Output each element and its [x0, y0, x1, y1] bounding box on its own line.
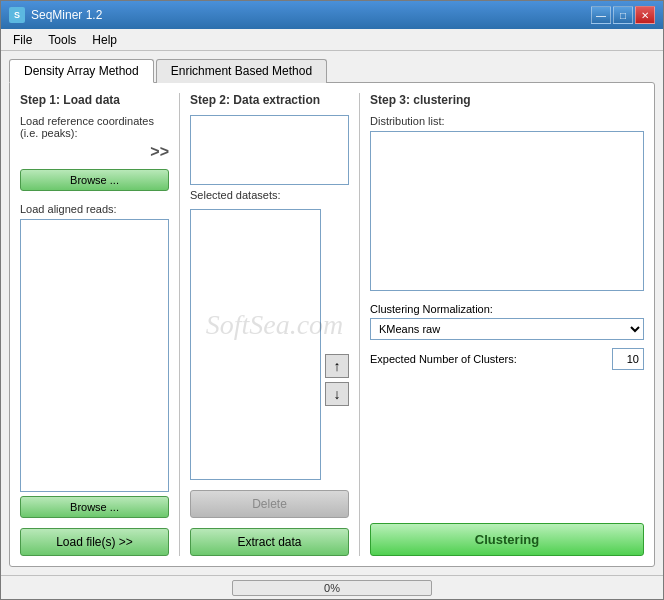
main-window: S SeqMiner 1.2 — □ ✕ File Tools Help Den…	[0, 0, 664, 600]
menu-bar: File Tools Help	[1, 29, 663, 51]
move-down-button[interactable]: ↓	[325, 382, 349, 406]
normalization-section: Clustering Normalization: KMeans raw KMe…	[370, 303, 644, 340]
progress-bar: 0%	[232, 580, 432, 596]
maximize-button[interactable]: □	[613, 6, 633, 24]
step3-section: Step 3: clustering Distribution list: Cl…	[370, 93, 644, 556]
app-icon: S	[9, 7, 25, 23]
clusters-row: Expected Number of Clusters:	[370, 348, 644, 370]
load-ref-label: Load reference coordinates (i.e. peaks):	[20, 115, 169, 139]
step1-content: Load reference coordinates (i.e. peaks):…	[20, 115, 169, 556]
normalization-label: Clustering Normalization:	[370, 303, 644, 315]
browse-ref-button[interactable]: Browse ...	[20, 169, 169, 191]
window-title: SeqMiner 1.2	[31, 8, 102, 22]
distribution-listbox[interactable]	[370, 131, 644, 291]
clustering-button[interactable]: Clustering	[370, 523, 644, 556]
clusters-label: Expected Number of Clusters:	[370, 352, 604, 366]
tabs-container: Density Array Method Enrichment Based Me…	[9, 59, 655, 83]
step1-title: Step 1: Load data	[20, 93, 169, 107]
step1-section: Step 1: Load data Load reference coordin…	[20, 93, 180, 556]
aligned-reads-listbox[interactable]	[20, 219, 169, 492]
step2-section: Step 2: Data extraction SoftSea.com Sele…	[190, 93, 360, 556]
distribution-label: Distribution list:	[370, 115, 644, 127]
status-bar: 0%	[1, 575, 663, 599]
close-button[interactable]: ✕	[635, 6, 655, 24]
step3-title: Step 3: clustering	[370, 93, 644, 107]
progress-text: 0%	[324, 582, 340, 594]
arrow-right-icon: >>	[150, 143, 169, 161]
delete-button[interactable]: Delete	[190, 490, 349, 518]
arrows-col: ↑ ↓	[325, 209, 349, 480]
step3-content: Distribution list: Clustering Normalizat…	[370, 115, 644, 556]
title-bar: S SeqMiner 1.2 — □ ✕	[1, 1, 663, 29]
step2-inner: SoftSea.com Selected datasets: ↑ ↓ Delet…	[190, 115, 349, 556]
browse-reads-button[interactable]: Browse ...	[20, 496, 169, 518]
main-content: Density Array Method Enrichment Based Me…	[1, 51, 663, 575]
clusters-input[interactable]	[612, 348, 644, 370]
normalization-select[interactable]: KMeans raw KMeans normalized Hierarchica…	[370, 318, 644, 340]
load-reads-label: Load aligned reads:	[20, 203, 169, 215]
tab-enrichment-based[interactable]: Enrichment Based Method	[156, 59, 327, 83]
step2-dataset-row: ↑ ↓	[190, 209, 349, 480]
main-panel: Step 1: Load data Load reference coordin…	[9, 82, 655, 567]
menu-help[interactable]: Help	[84, 31, 125, 49]
load-files-button[interactable]: Load file(s) >>	[20, 528, 169, 556]
window-controls: — □ ✕	[591, 6, 655, 24]
menu-file[interactable]: File	[5, 31, 40, 49]
minimize-button[interactable]: —	[591, 6, 611, 24]
menu-tools[interactable]: Tools	[40, 31, 84, 49]
tab-density-array[interactable]: Density Array Method	[9, 59, 154, 83]
step2-title: Step 2: Data extraction	[190, 93, 349, 107]
title-bar-left: S SeqMiner 1.2	[9, 7, 102, 23]
selected-datasets-label: Selected datasets:	[190, 189, 349, 201]
selected-datasets-listbox[interactable]	[190, 209, 321, 480]
move-up-button[interactable]: ↑	[325, 354, 349, 378]
step2-top-listbox[interactable]: SoftSea.com	[190, 115, 349, 185]
extract-data-button[interactable]: Extract data	[190, 528, 349, 556]
normalization-select-row: KMeans raw KMeans normalized Hierarchica…	[370, 318, 644, 340]
